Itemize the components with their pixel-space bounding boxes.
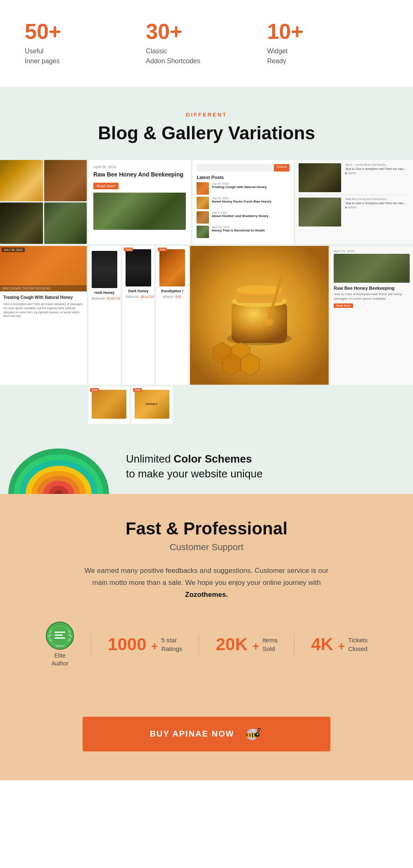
svg-point-46 xyxy=(260,728,261,729)
support-section: Fast & Professional Customer Support We … xyxy=(0,494,413,717)
envato-icon: ENVATO xyxy=(45,621,74,650)
blog-mockup: April 29, 2019 Raw Bee Honey And Beekeep… xyxy=(88,160,191,244)
big-jar-area xyxy=(190,246,329,385)
stat-divider-2 xyxy=(199,634,199,655)
rb-title: Raw Bee Honey Beekeeping xyxy=(334,285,410,291)
photo-bees xyxy=(0,203,43,244)
stat-item-1: 50+ Useful Inner pages xyxy=(25,21,146,66)
product-price-1: $240.00$240.00 xyxy=(92,296,117,300)
svg-rect-24 xyxy=(55,634,63,636)
product-img-1 xyxy=(92,251,117,288)
svg-rect-2 xyxy=(232,301,287,343)
stat-divider-3 xyxy=(294,634,294,655)
stat-label-3: Widget Ready xyxy=(267,46,388,66)
post-item-1: July 30, 2022 Treating Cough with Natura… xyxy=(197,182,289,195)
photo-basket xyxy=(44,160,87,201)
stat-item-2: 30+ Classic Addon Shortcodes xyxy=(146,21,267,66)
stat-number-2: 30+ xyxy=(146,21,267,42)
blog-post-title: Treating Cough With Natural Honey xyxy=(3,295,83,300)
stat-badge-num-3: 4K + xyxy=(311,636,345,653)
post-item-4: April 18, 2019 Honey That is Beneficial … xyxy=(197,226,289,238)
color-headline: Unlimited Color Schemes to make your web… xyxy=(126,451,388,482)
cta-section: BUY APINAE NOW xyxy=(0,717,413,780)
support-stats: ENVATO Elite Author 1000 + 5 star Rating… xyxy=(33,621,380,667)
posts-heading: Latest Posts xyxy=(197,175,289,180)
stats-section: 50+ Useful Inner pages 30+ Classic Addon… xyxy=(0,0,413,87)
stat-badge-label-3: Tickets Closed xyxy=(348,636,368,653)
stat-item-3: 10+ Widget Ready xyxy=(267,21,388,66)
product-name-1: resh Honey xyxy=(92,291,117,295)
product-img-2 xyxy=(126,249,151,286)
product-card-2: Sale Dark honey $500.00$610.00 xyxy=(122,246,154,385)
post-item-2: July 20, 2022 Sweet Honey Packs Fresh Ra… xyxy=(197,197,289,209)
blog-read-more-btn[interactable]: Read More xyxy=(93,183,119,189)
elite-label: Elite Author xyxy=(51,652,68,667)
color-arches-visual xyxy=(8,436,109,494)
stat-badge-label-1: 5 star Ratings xyxy=(161,636,183,653)
product-name-3: Eucalyptus ! xyxy=(159,289,185,293)
svg-text:ENVATO: ENVATO xyxy=(56,645,64,647)
blog-post-left: JULY 30, 2022 RAW SUGAR / TASTING SESSIO… xyxy=(0,246,87,385)
search-btn[interactable]: Search xyxy=(274,164,289,172)
cta-label: BUY APINAE NOW xyxy=(150,729,235,739)
color-scheme-text: Unlimited Color Schemes to make your web… xyxy=(109,443,405,494)
extra-product-2: Sale HONEY xyxy=(131,386,173,424)
buy-now-button[interactable]: BUY APINAE NOW xyxy=(83,717,330,751)
gallery-title: Blog & Gallery Variations xyxy=(8,123,405,143)
stat-badge-2: 20K + Items Sold xyxy=(216,636,278,653)
svg-point-11 xyxy=(264,319,273,326)
posts-mockup: Search Latest Posts July 30, 2022 Treati… xyxy=(192,160,293,244)
gallery-row-1: April 29, 2019 Raw Bee Honey And Beekeep… xyxy=(0,160,413,244)
color-arch-svg xyxy=(8,436,109,494)
rb-sub: How to Care a Honeybee wall There are ma… xyxy=(334,292,410,301)
stat-badge-num-2: 20K + xyxy=(216,636,259,653)
blog-post-excerpt: Care a Honeybee wall There are many vari… xyxy=(3,302,83,318)
honey-jar-svg xyxy=(190,246,329,385)
stat-label-2: Classic Addon Shortcodes xyxy=(146,46,267,66)
svg-point-48 xyxy=(258,727,259,729)
extra-product-1: Sale xyxy=(88,386,130,424)
right-blog-panel: April 19, 2019 Raw Bee Honey Beekeeping … xyxy=(330,246,413,385)
stat-number-3: 10+ xyxy=(267,21,388,42)
product-img-3 xyxy=(159,249,185,286)
gallery-header: DIFFERENT Blog & Gallery Variations xyxy=(8,112,405,143)
product-price-3: $200+$55 xyxy=(159,295,185,299)
rb-big-img xyxy=(334,254,410,283)
sidebar-mockup: Bees – Honey Bees and Beeke... How to Ca… xyxy=(295,160,413,244)
extra-products-row: Sale Sale HONEY xyxy=(0,386,413,424)
support-text: We earned many positive feedbacks and su… xyxy=(83,565,330,601)
photo-honey-jar xyxy=(0,160,43,201)
rb-read-more-btn[interactable]: Read More xyxy=(334,303,353,308)
stat-badge-3: 4K + Tickets Closed xyxy=(311,636,368,653)
rb-date: April 19, 2019 xyxy=(334,249,410,253)
product-price-2: $500.00$610.00 xyxy=(126,295,151,299)
extra-sale-badge-2: Sale xyxy=(133,388,142,392)
gallery-tag: DIFFERENT xyxy=(8,112,405,118)
gallery-section: DIFFERENT Blog & Gallery Variations Apri… xyxy=(0,87,413,494)
product-card-1: resh Honey $240.00$240.00 xyxy=(88,246,121,385)
blog-post-img xyxy=(0,246,87,291)
product-card-3: Sale Eucalyptus ! $200+$55 xyxy=(156,246,188,385)
blog-title: Raw Bee Honey And Beekeeping xyxy=(93,171,186,178)
extra-sale-badge-1: Sale xyxy=(90,388,99,392)
blog-date: April 29, 2019 xyxy=(93,165,186,169)
color-scheme-section: Unlimited Color Schemes to make your web… xyxy=(0,428,413,494)
photo-beekeeper xyxy=(44,203,87,244)
stat-label-1: Useful Inner pages xyxy=(25,46,146,66)
sale-badge-3: Sale xyxy=(158,248,167,251)
stat-badge-num-1: 1000 + xyxy=(108,636,158,653)
bee-icon xyxy=(242,726,263,742)
svg-point-39 xyxy=(257,734,258,735)
blog-hero-img xyxy=(93,193,186,230)
product-name-2: Dark honey xyxy=(126,289,151,293)
post-item-3: July 9, 2022 About Heather and Blueberry… xyxy=(197,211,289,224)
svg-rect-23 xyxy=(55,632,65,633)
stat-number-1: 50+ xyxy=(25,21,146,42)
shop-products: resh Honey $240.00$240.00 Sale Dark hone… xyxy=(88,246,188,385)
left-photos xyxy=(0,160,87,244)
svg-rect-25 xyxy=(55,637,65,639)
stat-badge-label-2: Items Sold xyxy=(263,636,278,653)
support-subtitle: Customer Support xyxy=(33,542,380,553)
sale-badge-2: Sale xyxy=(124,248,133,251)
stat-divider-1 xyxy=(91,634,91,655)
